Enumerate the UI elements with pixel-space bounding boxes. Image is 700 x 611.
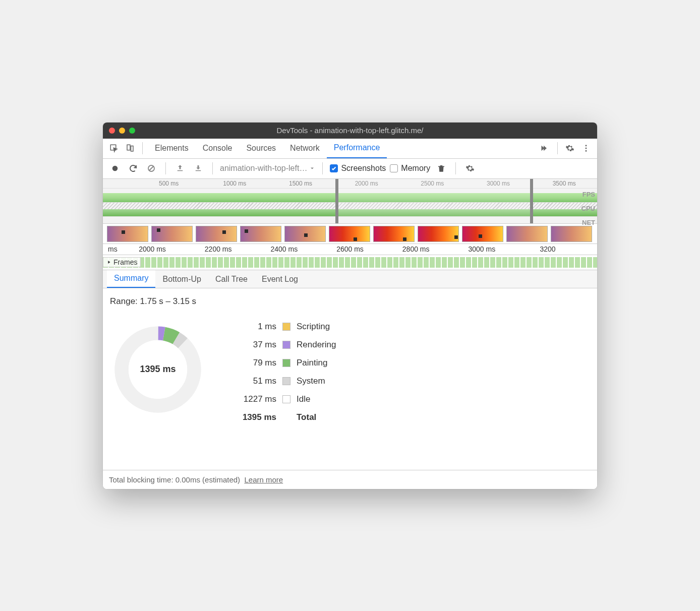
- clear-button[interactable]: [144, 161, 158, 175]
- legend-swatch: [282, 341, 290, 349]
- timeline-overview[interactable]: 500 ms1000 ms1500 ms2000 ms2500 ms3000 m…: [103, 179, 597, 224]
- reload-record-button[interactable]: [126, 161, 140, 175]
- traffic-lights: [109, 128, 135, 134]
- zoom-window-button[interactable]: [129, 128, 135, 134]
- frames-stripes: [103, 257, 597, 268]
- download-profile-icon[interactable]: [191, 161, 205, 175]
- overview-tick: 3500 ms: [553, 180, 576, 187]
- overview-tick: 500 ms: [159, 180, 179, 187]
- legend-label: Total: [297, 412, 336, 422]
- tab-performance[interactable]: Performance: [327, 138, 387, 158]
- legend-value: 79 ms: [241, 358, 276, 368]
- tab-elements[interactable]: Elements: [148, 138, 196, 158]
- svg-point-4: [586, 148, 587, 149]
- tab-console[interactable]: Console: [196, 138, 240, 158]
- svg-rect-9: [196, 170, 201, 171]
- memory-checkbox[interactable]: Memory: [390, 164, 430, 173]
- filmstrip-thumb[interactable]: [107, 226, 148, 242]
- ruler-tick: 3200: [540, 245, 555, 253]
- flamechart-ruler[interactable]: ms2000 ms2200 ms2400 ms2600 ms2800 ms300…: [103, 244, 597, 255]
- divider: [455, 162, 456, 174]
- range-label: Range: 1.75 s – 3.15 s: [110, 296, 590, 307]
- filmstrip-thumb[interactable]: [329, 226, 370, 242]
- window-title: DevTools - animation-with-top-left.glitc…: [109, 126, 591, 135]
- memory-label: Memory: [401, 164, 430, 173]
- recording-selector-label: animation-with-top-left…: [220, 164, 307, 173]
- filmstrip-thumb[interactable]: [506, 226, 548, 242]
- ruler-tick: 2200 ms: [205, 245, 232, 253]
- recording-selector[interactable]: animation-with-top-left…: [220, 164, 315, 173]
- divider: [322, 162, 323, 174]
- frames-track-header[interactable]: Frames: [103, 257, 141, 267]
- legend-value: 1227 ms: [241, 394, 276, 404]
- divider: [165, 162, 166, 174]
- filmstrip-thumb[interactable]: [284, 226, 326, 242]
- svg-rect-2: [131, 146, 134, 152]
- record-button[interactable]: [108, 161, 122, 175]
- ruler-tick: 2600 ms: [336, 245, 364, 253]
- capture-settings-gear-icon[interactable]: [463, 161, 477, 175]
- ruler-tick: 2400 ms: [270, 245, 298, 253]
- settings-gear-icon[interactable]: [563, 141, 577, 155]
- legend-value: 37 ms: [241, 340, 276, 350]
- divider: [142, 142, 143, 154]
- summary-legend: 1 msScripting37 msRendering79 msPainting…: [241, 322, 336, 422]
- legend-value: 51 ms: [241, 376, 276, 386]
- subtab-call-tree[interactable]: Call Tree: [208, 271, 255, 288]
- filmstrip-thumb[interactable]: [151, 226, 193, 242]
- filmstrip-thumb[interactable]: [373, 226, 415, 242]
- ruler-tick: 2800 ms: [402, 245, 430, 253]
- legend-label: Idle: [297, 394, 336, 404]
- window-titlebar: DevTools - animation-with-top-left.glitc…: [103, 123, 597, 139]
- main-tab-bar: ElementsConsoleSourcesNetworkPerformance: [103, 139, 597, 159]
- svg-rect-8: [178, 170, 183, 171]
- svg-rect-1: [127, 145, 130, 150]
- filmstrip-thumb[interactable]: [462, 226, 503, 242]
- filmstrip-thumb[interactable]: [196, 226, 237, 242]
- garbage-collect-icon[interactable]: [434, 161, 448, 175]
- tab-sources[interactable]: Sources: [239, 138, 283, 158]
- checkbox-unchecked-icon: [390, 164, 398, 172]
- fps-label: FPS: [582, 191, 595, 198]
- overview-tick: 1000 ms: [223, 180, 246, 187]
- subtab-event-log[interactable]: Event Log: [255, 271, 305, 288]
- screenshots-checkbox[interactable]: Screenshots: [330, 164, 386, 173]
- learn-more-link[interactable]: Learn more: [244, 475, 283, 484]
- overview-selection-window[interactable]: [335, 179, 533, 223]
- device-toggle-icon[interactable]: [123, 141, 137, 155]
- cpu-label: CPU: [581, 205, 595, 212]
- legend-swatch: [282, 377, 290, 385]
- filmstrip-thumb[interactable]: [240, 226, 281, 242]
- divider: [212, 162, 213, 174]
- devtools-window: DevTools - animation-with-top-left.glitc…: [103, 123, 597, 489]
- filmstrip-thumb[interactable]: [551, 226, 592, 242]
- checkbox-checked-icon: [330, 164, 338, 172]
- ruler-tick: 3000 ms: [468, 245, 495, 253]
- inspect-element-icon[interactable]: [107, 141, 121, 155]
- legend-label: Rendering: [297, 340, 336, 350]
- screenshot-filmstrip[interactable]: [103, 224, 597, 244]
- chevron-down-icon: [309, 165, 315, 171]
- ruler-prefix: ms: [108, 245, 118, 253]
- filmstrip-thumb[interactable]: [418, 226, 459, 242]
- upload-profile-icon[interactable]: [173, 161, 187, 175]
- legend-value: 1 ms: [241, 322, 276, 332]
- summary-pane: Range: 1.75 s – 3.15 s 1395 ms 1 msScrip…: [103, 288, 597, 470]
- subtab-bottom-up[interactable]: Bottom-Up: [155, 271, 208, 288]
- triangle-right-icon: [106, 260, 111, 265]
- screenshots-label: Screenshots: [341, 164, 386, 173]
- detail-sub-tabs: SummaryBottom-UpCall TreeEvent Log: [103, 270, 597, 288]
- svg-point-6: [112, 166, 118, 171]
- minimize-window-button[interactable]: [119, 128, 125, 134]
- legend-label: Scripting: [297, 322, 336, 332]
- more-tabs-icon[interactable]: [538, 141, 552, 155]
- close-window-button[interactable]: [109, 128, 115, 134]
- donut-total: 1395 ms: [110, 322, 206, 417]
- frames-track[interactable]: Frames: [103, 255, 597, 270]
- frames-label: Frames: [113, 258, 137, 266]
- kebab-menu-icon[interactable]: [579, 141, 593, 155]
- tab-network[interactable]: Network: [283, 138, 327, 158]
- blocking-time-text: Total blocking time: 0.00ms (estimated): [109, 475, 240, 484]
- ruler-tick: 2000 ms: [139, 245, 166, 253]
- subtab-summary[interactable]: Summary: [107, 270, 155, 288]
